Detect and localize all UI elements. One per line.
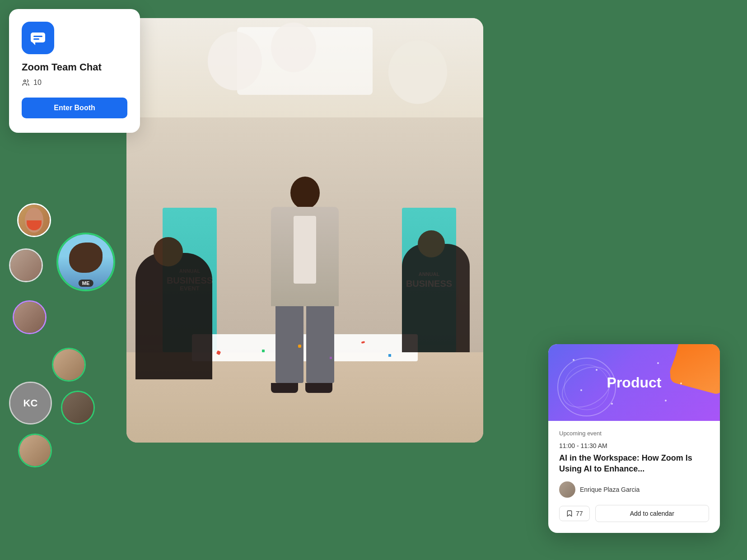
event-actions: 77 Add to calendar — [559, 505, 709, 522]
booth-logo — [22, 22, 54, 54]
audience-person-2 — [402, 244, 470, 352]
svg-rect-1 — [33, 36, 42, 37]
people-icon — [22, 79, 30, 87]
booth-name: Zoom Team Chat — [22, 61, 127, 73]
avatar-kc[interactable]: KC — [9, 382, 52, 425]
conference-image: ANNUAL BUSINESS EVENT ANNUAL BUSINESS — [126, 18, 483, 443]
right-shoe — [305, 383, 332, 393]
product-card-header: Product — [548, 344, 720, 421]
avatar-man-top[interactable] — [9, 248, 43, 282]
globe-inner — [564, 364, 610, 410]
avatar-woman-red[interactable] — [17, 203, 51, 237]
star-5 — [657, 362, 659, 364]
bookmark-count[interactable]: 77 — [559, 506, 590, 521]
speaker-head — [290, 177, 320, 209]
left-shoe — [271, 383, 298, 393]
bookmark-number: 77 — [576, 510, 583, 517]
speaker-figure — [271, 177, 339, 393]
avatar-man-glasses[interactable] — [61, 391, 95, 425]
add-to-calendar-button[interactable]: Add to calendar — [595, 505, 709, 522]
balloon-3 — [388, 41, 447, 104]
booth-attendees: 10 — [22, 79, 127, 87]
avatar-woman-dark[interactable] — [52, 348, 86, 382]
confetti-2 — [262, 350, 265, 352]
audience-right — [388, 235, 470, 352]
product-card: Product Upcoming event 11:00 - 11:30 AM … — [548, 344, 720, 533]
avatar-young-man[interactable] — [18, 434, 52, 467]
balloon-2 — [271, 23, 316, 72]
avatar-cluster: ME KC — [9, 203, 135, 474]
speaker-legs — [275, 306, 334, 383]
avatar-man-beard[interactable] — [13, 300, 47, 334]
audience-head-2 — [418, 230, 445, 257]
star-4 — [611, 403, 613, 405]
me-badge: ME — [79, 280, 93, 287]
speaker-avatar — [559, 481, 575, 498]
balloon-1 — [208, 32, 262, 90]
audience-head-1 — [154, 237, 183, 266]
avatar-me[interactable]: ME — [56, 233, 115, 291]
star-7 — [665, 400, 667, 401]
speaker-right-leg — [306, 306, 334, 383]
attendees-count: 10 — [33, 79, 42, 87]
speaker-feet — [271, 383, 339, 393]
confetti-4 — [330, 357, 332, 359]
star-6 — [680, 383, 682, 384]
svg-point-3 — [24, 80, 26, 82]
svg-rect-2 — [33, 38, 39, 40]
event-title: AI in the Workspace: How Zoom Is Using A… — [559, 453, 709, 474]
event-time: 11:00 - 11:30 AM — [559, 442, 709, 449]
speaker-shirt — [294, 216, 316, 284]
audience-person-1 — [135, 253, 212, 379]
confetti-3 — [298, 345, 301, 348]
speaker-name: Enrique Plaza Garcia — [580, 486, 640, 493]
event-speaker: Enrique Plaza Garcia — [559, 481, 709, 498]
confetti-6 — [388, 354, 391, 357]
product-card-body: Upcoming event 11:00 - 11:30 AM AI in th… — [548, 421, 720, 533]
upcoming-event-label: Upcoming event — [559, 430, 709, 437]
product-title: Product — [607, 374, 662, 391]
bookmark-icon — [566, 510, 573, 517]
audience-left — [135, 244, 226, 379]
chat-bubble-icon — [29, 29, 47, 47]
booth-card: Zoom Team Chat 10 Enter Booth — [9, 9, 140, 133]
speaker-torso — [271, 207, 339, 306]
svg-rect-0 — [31, 33, 45, 42]
enter-booth-button[interactable]: Enter Booth — [22, 98, 127, 118]
